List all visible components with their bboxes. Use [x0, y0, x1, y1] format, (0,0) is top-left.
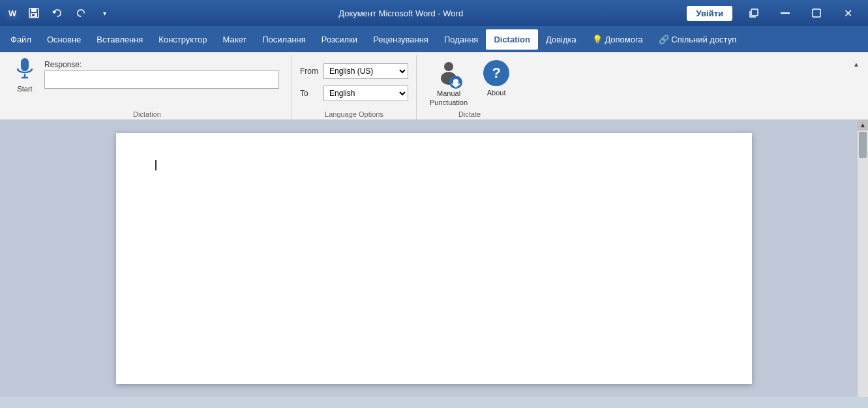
- menu-item-view[interactable]: Подання: [436, 29, 486, 50]
- close-button[interactable]: ✕: [833, 0, 863, 26]
- response-input[interactable]: [44, 71, 279, 89]
- question-mark-icon: ?: [483, 60, 509, 86]
- start-label: Start: [17, 85, 32, 93]
- ribbon: Start Response: Dictation From English (…: [0, 52, 868, 120]
- language-group-label: Language Options: [300, 110, 408, 119]
- person-microphone-icon: [434, 60, 463, 89]
- save-button[interactable]: [23, 3, 44, 24]
- title-bar: W ▾ Документ Microsoft Word -: [0, 0, 868, 26]
- svg-rect-7: [781, 12, 790, 14]
- to-language-select[interactable]: English French German Spanish Ukrainian: [323, 86, 408, 101]
- dictation-group-label: Dictation: [10, 110, 284, 119]
- svg-point-12: [444, 62, 453, 71]
- scroll-thumb[interactable]: [859, 132, 867, 158]
- document-page[interactable]: [116, 133, 752, 384]
- about-button[interactable]: ? About: [478, 57, 515, 110]
- response-area: Response:: [44, 60, 284, 89]
- menu-item-home[interactable]: Основне: [39, 29, 89, 50]
- menu-item-insert[interactable]: Вставлення: [89, 29, 151, 50]
- menu-item-references[interactable]: Посилання: [254, 29, 314, 50]
- from-language-row: From English (US) English (UK) French Ge…: [300, 63, 408, 79]
- manual-punctuation-label: ManualPunctuation: [430, 89, 468, 108]
- manual-punctuation-button[interactable]: ManualPunctuation: [425, 57, 473, 110]
- menu-item-mailings[interactable]: Розсилки: [314, 29, 365, 50]
- menu-bar: Файл Основне Вставлення Конструктор Маке…: [0, 26, 868, 52]
- menu-item-file[interactable]: Файл: [3, 29, 39, 50]
- quick-access-dropdown[interactable]: ▾: [94, 3, 115, 24]
- document-area: ▲: [0, 120, 868, 397]
- collapse-icon[interactable]: ▲: [850, 57, 863, 71]
- redo-button[interactable]: [70, 3, 91, 24]
- restore-window-icon[interactable]: [739, 0, 769, 26]
- svg-rect-3: [31, 8, 37, 12]
- menu-item-share[interactable]: 🔗 Спільний доступ: [651, 29, 745, 50]
- menu-item-review[interactable]: Рецензування: [365, 29, 436, 50]
- svg-rect-8: [813, 9, 820, 17]
- ribbon-dictate-group: ManualPunctuation ? About Dictate: [417, 55, 522, 119]
- scroll-up-arrow[interactable]: ▲: [858, 120, 868, 131]
- menu-item-layout[interactable]: Макет: [215, 29, 254, 50]
- start-dictation-button[interactable]: Start: [10, 57, 39, 91]
- title-bar-controls: Увійти ✕: [687, 0, 863, 26]
- to-label: To: [300, 89, 320, 98]
- title-bar-left: W ▾: [5, 3, 115, 24]
- title-bar-title: Документ Microsoft Word - Word: [115, 8, 687, 18]
- dictate-buttons: ManualPunctuation ? About: [425, 57, 515, 110]
- maximize-button[interactable]: [801, 0, 831, 26]
- microphone-icon: [15, 57, 35, 85]
- login-button[interactable]: Увійти: [687, 6, 732, 21]
- title-text: Документ Microsoft Word - Word: [338, 8, 463, 18]
- menu-item-help[interactable]: Довідка: [538, 29, 584, 50]
- text-cursor: [155, 160, 157, 170]
- undo-button[interactable]: [47, 3, 68, 24]
- svg-rect-6: [751, 9, 758, 16]
- svg-rect-5: [32, 14, 35, 16]
- ribbon-collapse-button[interactable]: ▲: [850, 55, 863, 119]
- menu-item-design[interactable]: Конструктор: [151, 29, 215, 50]
- menu-item-dictation[interactable]: Dictation: [486, 29, 538, 50]
- svg-text:W: W: [8, 8, 17, 18]
- about-label: About: [487, 89, 506, 97]
- dictation-row: Start Response:: [10, 57, 284, 91]
- to-language-row: To English French German Spanish Ukraini…: [300, 86, 408, 101]
- word-icon: W: [5, 5, 21, 21]
- ribbon-dictation-group: Start Response: Dictation: [5, 55, 292, 119]
- from-label: From: [300, 67, 320, 76]
- from-language-select[interactable]: English (US) English (UK) French German …: [323, 63, 408, 79]
- minimize-button[interactable]: [770, 0, 800, 26]
- svg-rect-9: [21, 58, 29, 71]
- response-label: Response:: [44, 60, 284, 69]
- vertical-scrollbar: ▲: [858, 120, 868, 397]
- dictate-group-label: Dictate: [425, 110, 515, 119]
- menu-item-help2[interactable]: 💡 Допомога: [584, 29, 651, 50]
- ribbon-language-group: From English (US) English (UK) French Ge…: [292, 55, 417, 119]
